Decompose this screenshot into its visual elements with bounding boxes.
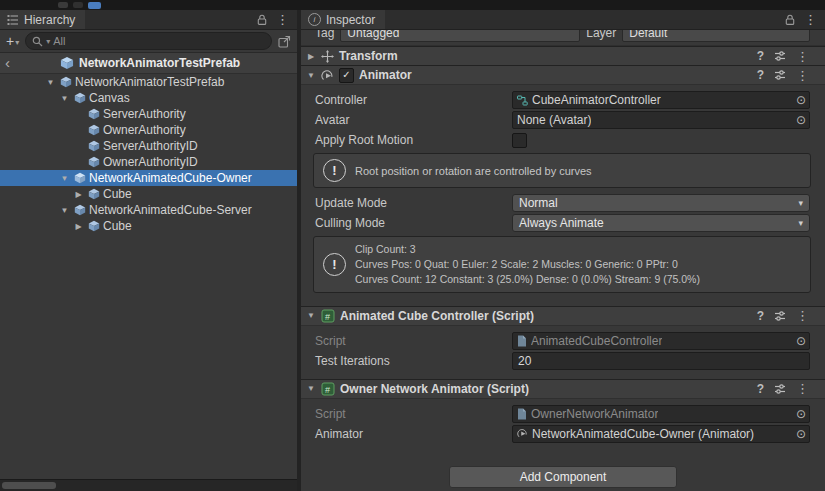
hierarchy-icon bbox=[7, 14, 19, 26]
tab-label: Hierarchy bbox=[24, 13, 75, 27]
animator-object-field[interactable]: NetworkAnimatedCube-Owner (Animator) ⊙ bbox=[512, 425, 810, 443]
animated-cube-controller-header[interactable]: ▼ # Animated Cube Controller (Script) ? … bbox=[301, 306, 825, 325]
help-icon[interactable]: ? bbox=[757, 382, 764, 396]
layer-label: Layer bbox=[586, 30, 616, 40]
script-object-field[interactable]: OwnerNetworkAnimator ⊙ bbox=[512, 405, 810, 423]
scene-picker-button[interactable] bbox=[278, 35, 291, 48]
transform-component-header[interactable]: ▶ Transform ? ⋮ bbox=[301, 46, 825, 65]
hierarchy-item-networkanimatortestprefab[interactable]: ▼ NetworkAnimatorTestPrefab bbox=[0, 74, 297, 90]
transform-icon bbox=[321, 50, 334, 63]
hierarchy-panel: Hierarchy ⋮ + ▾ ▾ All bbox=[0, 10, 297, 491]
prefab-cube-icon bbox=[87, 124, 101, 136]
panel-menu-icon[interactable]: ⋮ bbox=[276, 13, 289, 26]
tag-layer-row: Tag Untagged Layer Default bbox=[301, 30, 825, 46]
foldout-closed-icon[interactable]: ▶ bbox=[72, 222, 85, 231]
foldout-open-icon[interactable]: ▼ bbox=[44, 78, 57, 87]
test-iterations-value: 20 bbox=[518, 354, 531, 368]
object-picker-icon[interactable]: ⊙ bbox=[796, 114, 806, 126]
presets-icon[interactable] bbox=[774, 69, 786, 81]
component-menu-icon[interactable]: ⋮ bbox=[796, 382, 809, 395]
apply-root-motion-checkbox[interactable] bbox=[512, 133, 527, 148]
presets-icon[interactable] bbox=[774, 50, 786, 62]
foldout-open-icon[interactable]: ▼ bbox=[58, 206, 71, 215]
object-picker-icon[interactable]: ⊙ bbox=[796, 94, 806, 106]
component-menu-icon[interactable]: ⋮ bbox=[796, 309, 809, 322]
tab-hierarchy[interactable]: Hierarchy bbox=[0, 10, 85, 29]
hierarchy-item-cube-owner-child[interactable]: ▶ Cube bbox=[0, 186, 297, 202]
svg-text:#: # bbox=[325, 384, 330, 394]
foldout-open-icon[interactable]: ▼ bbox=[306, 384, 316, 393]
animated-cube-controller-body: Script AnimatedCubeController ⊙ Test Ite… bbox=[301, 325, 825, 379]
stats-line: Curves Pos: 0 Quat: 0 Euler: 2 Scale: 2 … bbox=[355, 257, 700, 271]
foldout-open-icon[interactable]: ▼ bbox=[306, 71, 316, 80]
presets-icon[interactable] bbox=[774, 310, 786, 322]
hierarchy-item-networkanimatedcube-server[interactable]: ▼ NetworkAnimatedCube-Server bbox=[0, 202, 297, 218]
unity-editor: Hierarchy ⋮ + ▾ ▾ All bbox=[0, 0, 825, 491]
update-mode-dropdown[interactable]: Normal ▾ bbox=[512, 194, 810, 212]
test-iterations-input[interactable]: 20 bbox=[512, 352, 810, 370]
update-mode-label: Update Mode bbox=[315, 196, 512, 210]
object-picker-icon[interactable]: ⊙ bbox=[796, 335, 806, 347]
svg-text:#: # bbox=[325, 311, 330, 321]
object-picker-icon[interactable]: ⊙ bbox=[796, 408, 806, 420]
foldout-closed-icon[interactable]: ▶ bbox=[306, 52, 316, 61]
controller-object-field[interactable]: CubeAnimatorController ⊙ bbox=[512, 91, 810, 109]
hierarchy-item-ownerauthorityid[interactable]: OwnerAuthorityID bbox=[0, 154, 297, 170]
layer-dropdown[interactable]: Default bbox=[622, 30, 810, 42]
hierarchy-item-serverauthorityid[interactable]: ServerAuthorityID bbox=[0, 138, 297, 154]
help-icon[interactable]: ? bbox=[757, 309, 764, 323]
foldout-open-icon[interactable]: ▼ bbox=[58, 94, 71, 103]
warning-icon: ! bbox=[323, 159, 346, 182]
update-mode-value: Normal bbox=[519, 196, 558, 210]
presets-icon[interactable] bbox=[774, 383, 786, 395]
component-menu-icon[interactable]: ⋮ bbox=[796, 69, 809, 82]
help-icon[interactable]: ? bbox=[757, 68, 764, 82]
hierarchy-item-networkanimatedcube-owner[interactable]: ▼ NetworkAnimatedCube-Owner bbox=[0, 170, 297, 186]
tab-inspector[interactable]: i Inspector bbox=[301, 10, 385, 29]
prefab-cube-icon bbox=[73, 204, 87, 216]
script-label: Script bbox=[315, 407, 512, 421]
scrollbar-thumb[interactable] bbox=[2, 482, 56, 489]
hierarchy-item-cube-server-child[interactable]: ▶ Cube bbox=[0, 218, 297, 234]
component-enabled-checkbox[interactable]: ✓ bbox=[339, 68, 354, 83]
script-object-field[interactable]: AnimatedCubeController ⊙ bbox=[512, 332, 810, 350]
lock-icon[interactable] bbox=[785, 14, 795, 26]
hierarchy-item-canvas[interactable]: ▼ Canvas bbox=[0, 90, 297, 106]
prefab-stage-header[interactable]: ‹ NetworkAnimatorTestPrefab bbox=[0, 53, 297, 74]
search-input[interactable]: ▾ All bbox=[25, 32, 272, 50]
hierarchy-item-ownerauthority[interactable]: OwnerAuthority bbox=[0, 122, 297, 138]
component-menu-icon[interactable]: ⋮ bbox=[796, 50, 809, 63]
prefab-cube-icon bbox=[87, 220, 101, 232]
toolbar-mark bbox=[73, 2, 83, 8]
toolbar-mark bbox=[58, 2, 68, 8]
hierarchy-item-serverauthority[interactable]: ServerAuthority bbox=[0, 106, 297, 122]
foldout-open-icon[interactable]: ▼ bbox=[306, 311, 316, 320]
owner-network-animator-body: Script OwnerNetworkAnimator ⊙ Animator bbox=[301, 398, 825, 452]
hierarchy-item-label: ServerAuthority bbox=[103, 107, 186, 121]
tab-label: Inspector bbox=[326, 13, 375, 27]
animator-icon bbox=[321, 69, 334, 82]
create-object-button[interactable]: + ▾ bbox=[6, 35, 19, 47]
avatar-object-field[interactable]: None (Avatar) ⊙ bbox=[512, 111, 810, 129]
stats-line: Curves Count: 12 Constant: 3 (25.0%) Den… bbox=[355, 272, 700, 286]
inspector-panel: i Inspector ⋮ Tag Untagged Layer Default bbox=[301, 10, 825, 491]
prefab-cube-icon bbox=[87, 188, 101, 200]
add-component-button[interactable]: Add Component bbox=[449, 466, 677, 488]
foldout-closed-icon[interactable]: ▶ bbox=[72, 190, 85, 199]
culling-mode-dropdown[interactable]: Always Animate ▾ bbox=[512, 214, 810, 232]
inspector-tab-bar: i Inspector ⋮ bbox=[301, 10, 825, 30]
tag-dropdown[interactable]: Untagged bbox=[340, 30, 580, 42]
back-chevron-icon[interactable]: ‹ bbox=[5, 53, 10, 72]
search-filter-caret-icon[interactable]: ▾ bbox=[46, 37, 50, 46]
lock-icon[interactable] bbox=[257, 14, 267, 26]
foldout-open-icon[interactable]: ▼ bbox=[58, 174, 71, 183]
horizontal-scrollbar[interactable] bbox=[0, 479, 297, 491]
panel-menu-icon[interactable]: ⋮ bbox=[804, 13, 817, 26]
animator-component-header[interactable]: ▼ ✓ Animator ? ⋮ bbox=[301, 65, 825, 84]
help-icon[interactable]: ? bbox=[757, 49, 764, 63]
hierarchy-tab-actions: ⋮ bbox=[257, 10, 297, 29]
prefab-cube-icon bbox=[59, 76, 73, 88]
object-picker-icon[interactable]: ⊙ bbox=[796, 428, 806, 440]
owner-network-animator-header[interactable]: ▼ # Owner Network Animator (Script) ? ⋮ bbox=[301, 379, 825, 398]
script-value: AnimatedCubeController bbox=[531, 334, 662, 348]
